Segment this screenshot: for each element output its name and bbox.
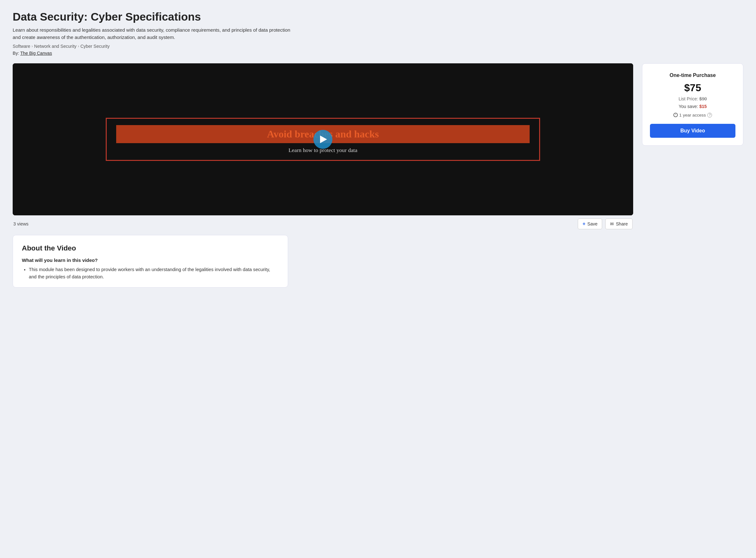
below-video: 3 views + Save ✉ Share <box>13 219 633 229</box>
save-icon: + <box>582 221 585 227</box>
list-price-value: $90 <box>699 96 707 101</box>
author-line: By: The Big Canvas <box>13 51 743 56</box>
video-player[interactable]: Avoid breaches and hacks Learn how to pr… <box>13 64 633 215</box>
about-subtitle: What will you learn in this video? <box>22 257 279 263</box>
action-buttons: + Save ✉ Share <box>578 219 632 229</box>
page-title: Data Security: Cyber Specifications <box>13 10 743 23</box>
page-description: Learn about responsibilities and legalit… <box>13 27 297 41</box>
save-value: $15 <box>699 104 707 109</box>
save-button[interactable]: + Save <box>578 219 602 229</box>
about-list-item-1: This module has been designed to provide… <box>29 266 279 281</box>
purchase-card: One-time Purchase $75 List Price: $90 Yo… <box>642 64 743 146</box>
share-icon: ✉ <box>610 221 614 226</box>
buy-video-button[interactable]: Buy Video <box>650 124 735 138</box>
you-save: You save: $15 <box>679 104 707 109</box>
author-label: By: <box>13 51 19 56</box>
save-label-text: You save: <box>679 104 698 109</box>
purchase-title: One-time Purchase <box>670 73 716 78</box>
help-icon[interactable]: ? <box>707 113 712 118</box>
access-label: 1 year access <box>679 113 706 118</box>
share-button[interactable]: ✉ Share <box>605 219 632 229</box>
breadcrumb-sep-2: › <box>78 44 79 48</box>
save-label: Save <box>587 221 597 226</box>
about-list: This module has been designed to provide… <box>22 266 279 281</box>
breadcrumb-software[interactable]: Software <box>13 44 30 49</box>
list-price: List Price: $90 <box>678 96 707 101</box>
clock-icon <box>673 113 678 117</box>
breadcrumb-sep-1: › <box>32 44 33 48</box>
about-title: About the Video <box>22 244 279 252</box>
video-section: Avoid breaches and hacks Learn how to pr… <box>13 64 633 287</box>
play-button[interactable] <box>313 130 332 149</box>
access-info: 1 year access ? <box>673 113 712 118</box>
views-count: 3 views <box>13 221 28 226</box>
list-price-label: List Price: <box>678 96 698 101</box>
author-link[interactable]: The Big Canvas <box>20 51 52 56</box>
breadcrumb: Software › Network and Security › Cyber … <box>13 44 743 49</box>
breadcrumb-network-security[interactable]: Network and Security <box>34 44 77 49</box>
purchase-price: $75 <box>684 82 701 94</box>
about-section: About the Video What will you learn in t… <box>13 235 288 287</box>
share-label: Share <box>616 221 628 226</box>
breadcrumb-cyber-security[interactable]: Cyber Security <box>80 44 109 49</box>
